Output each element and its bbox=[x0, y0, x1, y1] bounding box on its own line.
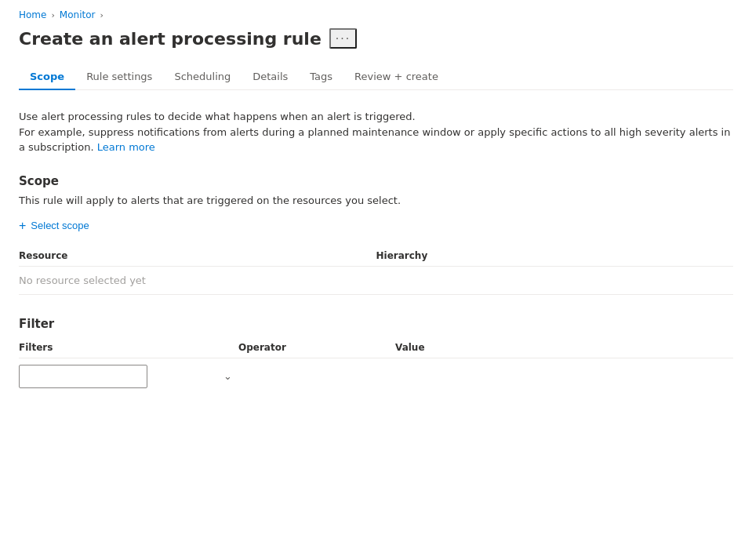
value-col-header: Value bbox=[395, 342, 733, 353]
resource-col-header: Resource bbox=[19, 245, 376, 267]
plus-icon: + bbox=[19, 219, 26, 233]
empty-message: No resource selected yet bbox=[19, 266, 733, 294]
tab-review-create[interactable]: Review + create bbox=[343, 64, 449, 90]
filter-dropdown-container bbox=[19, 365, 733, 388]
description-block: Use alert processing rules to decide wha… bbox=[19, 109, 733, 155]
scope-section-description: This rule will apply to alerts that are … bbox=[19, 195, 733, 206]
tab-scheduling[interactable]: Scheduling bbox=[163, 64, 242, 90]
tab-tags[interactable]: Tags bbox=[299, 64, 343, 90]
page-container: Home › Monitor › Create an alert process… bbox=[0, 0, 752, 407]
filters-col-header: Filters bbox=[19, 342, 238, 353]
filter-section-title: Filter bbox=[19, 317, 733, 331]
tab-details[interactable]: Details bbox=[242, 64, 299, 90]
resource-table: Resource Hierarchy No resource selected … bbox=[19, 245, 733, 295]
scope-section-title: Scope bbox=[19, 174, 733, 188]
breadcrumb-home[interactable]: Home bbox=[19, 9, 46, 20]
operator-col-header: Operator bbox=[238, 342, 395, 353]
description-line2: For example, suppress notifications from… bbox=[19, 125, 733, 155]
scope-section: Scope This rule will apply to alerts tha… bbox=[19, 174, 733, 295]
breadcrumb-separator-2: › bbox=[100, 10, 103, 20]
filter-table-header: Filters Operator Value bbox=[19, 337, 733, 358]
filter-section: Filter Filters Operator Value bbox=[19, 317, 733, 388]
table-row-empty: No resource selected yet bbox=[19, 266, 733, 294]
breadcrumb: Home › Monitor › bbox=[19, 9, 733, 20]
tab-rule-settings[interactable]: Rule settings bbox=[75, 64, 163, 90]
filter-select[interactable] bbox=[19, 365, 147, 388]
select-scope-label: Select scope bbox=[31, 220, 89, 231]
tabs-container: Scope Rule settings Scheduling Details T… bbox=[19, 64, 733, 90]
tab-scope[interactable]: Scope bbox=[19, 64, 75, 90]
page-title: Create an alert processing rule bbox=[19, 29, 322, 49]
more-options-button[interactable]: ··· bbox=[329, 28, 357, 49]
description-line1: Use alert processing rules to decide wha… bbox=[19, 109, 733, 125]
filter-select-wrapper bbox=[19, 365, 238, 388]
select-scope-button[interactable]: + Select scope bbox=[19, 216, 89, 236]
page-header: Create an alert processing rule ··· bbox=[19, 28, 733, 49]
hierarchy-col-header: Hierarchy bbox=[376, 245, 734, 267]
learn-more-link[interactable]: Learn more bbox=[97, 141, 155, 153]
breadcrumb-monitor[interactable]: Monitor bbox=[60, 9, 96, 20]
breadcrumb-separator-1: › bbox=[51, 10, 54, 20]
